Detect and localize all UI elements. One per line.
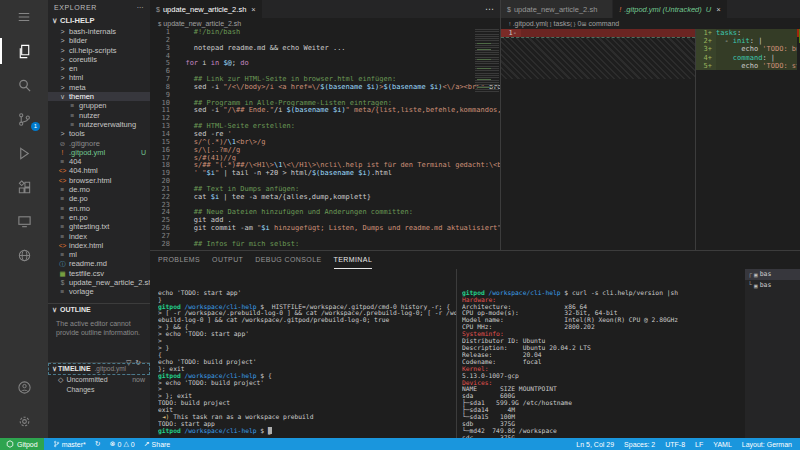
- tree-item[interactable]: $ update_new_article_2.sh: [48, 278, 150, 287]
- tree-item[interactable]: > bilder: [48, 36, 150, 45]
- terminal-list: ┌ ▣ bas └ ▣ bas: [745, 269, 800, 439]
- panel-tab[interactable]: TERMINAL: [334, 251, 373, 269]
- diff-original-pane[interactable]: 1-: [501, 29, 696, 250]
- breadcrumb-symbol-icon: { }: [570, 21, 576, 27]
- timeline-header[interactable]: ∨ TIMELINE .gitpod.yml ▽ ↻ ⋯: [48, 363, 150, 375]
- panel-tab[interactable]: PROBLEMS: [158, 251, 200, 268]
- cursor-position[interactable]: Ln 5, Col 29: [576, 441, 614, 448]
- breadcrumb-item[interactable]: ! .gitpod.yml: [509, 20, 547, 27]
- extensions-icon[interactable]: [0, 170, 48, 204]
- tree-item[interactable]: ≡ ghtesting.txt: [48, 222, 150, 231]
- language-mode[interactable]: YAML: [713, 441, 732, 448]
- breadcrumb-item[interactable]: [ ] tasks: [547, 20, 570, 27]
- git-status-badge: U: [706, 5, 711, 14]
- file-label: bilder: [69, 36, 87, 45]
- explorer-icon[interactable]: [0, 34, 48, 68]
- remote-indicator[interactable]: Gitpod: [0, 438, 44, 450]
- tree-item[interactable]: ≡ en.mo: [48, 204, 150, 213]
- terminal-list-item[interactable]: └ ▣ bas: [745, 280, 800, 291]
- file-icon: ≡: [58, 250, 67, 259]
- tree-item[interactable]: > cli.help-scripts: [48, 46, 150, 55]
- timeline-item[interactable]: ◇ Uncommitted Changes now: [48, 375, 150, 385]
- tree-item[interactable]: ! .gitpod.yml U: [48, 148, 150, 157]
- outline-header[interactable]: ∨OUTLINE: [48, 304, 150, 316]
- tree-item[interactable]: > bash-internals: [48, 27, 150, 36]
- menu-icon[interactable]: [0, 0, 48, 34]
- code-line: 15 s/^(.*)/\1<br\>/g: [150, 139, 500, 147]
- file-icon: <>: [58, 241, 67, 250]
- tree-item[interactable]: > en: [48, 64, 150, 73]
- terminal-line: gitpod /workspace/cli-help $ curl -s cli…: [462, 290, 742, 297]
- breadcrumb-item[interactable]: ⊞ command: [581, 20, 619, 27]
- close-icon[interactable]: ×: [251, 5, 255, 14]
- sync-status[interactable]: ↻: [95, 440, 101, 448]
- tree-item[interactable]: <> browser.html: [48, 176, 150, 185]
- settings-gear-icon[interactable]: [0, 404, 48, 438]
- panel-tab[interactable]: OUTPUT: [212, 251, 243, 268]
- tree-item[interactable]: ≡ index: [48, 232, 150, 241]
- indentation[interactable]: Spaces: 2: [624, 441, 655, 448]
- eol[interactable]: LF: [695, 441, 703, 448]
- file-tree: > bash-internals > bilder > cli.help-scr…: [48, 27, 150, 297]
- workspace-section-header[interactable]: ∨CLI-HELP: [48, 15, 150, 27]
- globe-icon[interactable]: [0, 238, 48, 272]
- terminal-line: gitpod /workspace/cli-help $ ▋: [158, 428, 456, 435]
- file-label: .gitpod.yml: [69, 148, 105, 157]
- tree-item[interactable]: ⊘ .gitignore: [48, 139, 150, 148]
- diff-added-line: 1+ tasks:: [696, 29, 797, 37]
- tree-item[interactable]: > html: [48, 73, 150, 82]
- line-number: 3: [150, 45, 177, 53]
- tree-item[interactable]: ≡ vorlage: [48, 287, 150, 296]
- account-icon[interactable]: [0, 370, 48, 404]
- git-branch-status[interactable]: master*: [53, 440, 86, 448]
- search-icon[interactable]: [0, 68, 48, 102]
- run-debug-icon[interactable]: [0, 136, 48, 170]
- tree-item[interactable]: ≡ de.mo: [48, 185, 150, 194]
- tree-item[interactable]: > tools: [48, 129, 150, 138]
- keyboard-layout[interactable]: Layout: German: [742, 441, 792, 448]
- code-line: 20: [150, 178, 500, 186]
- tree-item[interactable]: ⓘ readme.md: [48, 259, 150, 268]
- tree-item[interactable]: ▦ testfile.csv: [48, 269, 150, 278]
- panel-tab[interactable]: DEBUG CONSOLE: [255, 251, 321, 268]
- minimap[interactable]: [475, 29, 499, 93]
- encoding[interactable]: UTF-8: [665, 441, 685, 448]
- tree-item[interactable]: ≡ ml: [48, 250, 150, 259]
- tab-update-new-article[interactable]: $ update_new_article_2.sh ×: [150, 0, 263, 18]
- breadcrumb-item[interactable]: { } 0: [570, 20, 582, 27]
- tree-item[interactable]: ≡ nutzerverwaltung: [48, 120, 150, 129]
- terminal-splitter[interactable]: [456, 269, 457, 439]
- remote-explorer-icon[interactable]: [0, 204, 48, 238]
- tree-item[interactable]: <> 404.html: [48, 166, 150, 175]
- code-line: 5 for i in $@; do: [150, 60, 500, 68]
- tree-item[interactable]: ≡ en.po: [48, 213, 150, 222]
- breadcrumb-item[interactable]: $ update_new_article_2.sh: [158, 20, 241, 27]
- editor-tab[interactable]: $ update_new_article_2.sh: [501, 0, 613, 18]
- explorer-more-actions-icon[interactable]: ⋯: [136, 0, 144, 15]
- diff-modified-pane[interactable]: 1+ tasks: 2+ - init: | 3+ echo 'TODO: bu…: [696, 29, 797, 250]
- tree-item[interactable]: ≡ gruppen: [48, 101, 150, 110]
- problems-status[interactable]: ⊗ 0 △ 0: [110, 440, 135, 448]
- code-line: 10 ## Programm in Alle-Programme-Listen …: [150, 100, 500, 108]
- code-editor[interactable]: 1 #!/bin/bash 2 3 notepad readme.md && e…: [150, 29, 500, 250]
- terminal-list-item[interactable]: ┌ ▣ bas: [745, 269, 800, 280]
- editor-actions-more-icon[interactable]: ⋯: [479, 0, 500, 18]
- tree-item[interactable]: <> index.html: [48, 241, 150, 250]
- close-icon[interactable]: ×: [716, 5, 720, 14]
- share-button[interactable]: ↗ Share: [144, 440, 171, 448]
- file-icon: $: [58, 278, 67, 287]
- tree-item[interactable]: ∨ themen: [48, 92, 150, 101]
- tree-item[interactable]: ≡ de.po: [48, 194, 150, 203]
- breadcrumb: $ update_new_article_2.sh: [150, 18, 500, 29]
- source-control-icon[interactable]: 1: [0, 102, 48, 136]
- tree-item[interactable]: > coreutils: [48, 55, 150, 64]
- vscode-window: 1 EXPLORER ⋯ ∨CLI-HELP: [0, 0, 800, 450]
- gitpod-logo-icon: [6, 440, 14, 448]
- editor-tab[interactable]: ! .gitpod.yml (Untracked) U ×: [613, 0, 727, 18]
- terminal-1[interactable]: echo 'TODO: start app'}gitpod /workspace…: [158, 269, 456, 439]
- tree-item[interactable]: > meta: [48, 83, 150, 92]
- tree-item[interactable]: ≡ 404: [48, 157, 150, 166]
- tree-item[interactable]: ≡ nutzer: [48, 111, 150, 120]
- terminal-line: TODO: build project: [158, 400, 456, 407]
- terminal-2[interactable]: gitpod /workspace/cli-help $ curl -s cli…: [462, 269, 742, 439]
